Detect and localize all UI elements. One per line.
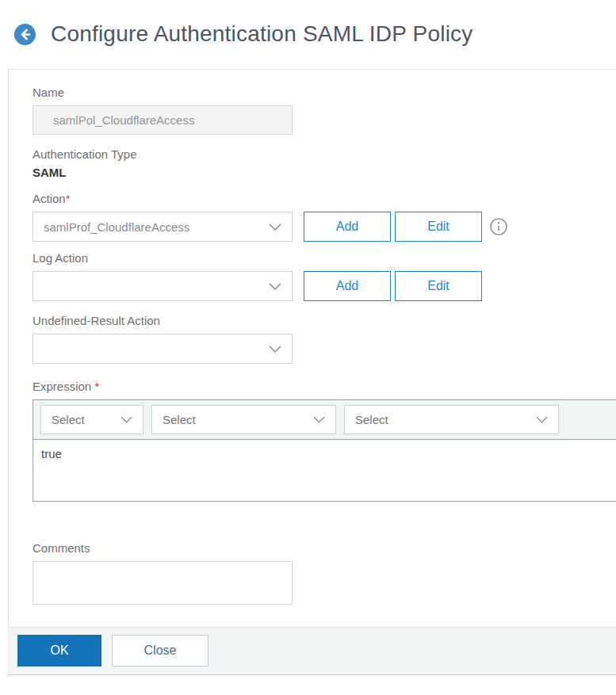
page-title: Configure Authentication SAML IDP Policy [51, 21, 473, 48]
page-header: Configure Authentication SAML IDP Policy [0, 0, 616, 48]
auth-type-group: Authentication Type SAML [33, 147, 616, 180]
comments-field-group: Comments [33, 541, 616, 608]
chevron-down-icon [313, 416, 325, 423]
action-edit-button[interactable]: Edit [395, 212, 482, 242]
comments-label: Comments [33, 541, 616, 556]
action-add-button[interactable]: Add [304, 212, 391, 242]
name-input[interactable] [33, 105, 293, 135]
comments-input[interactable] [33, 561, 293, 605]
action-field-group: Action* samlProf_CloudflareAccess Add Ed… [33, 192, 616, 242]
ok-button[interactable]: OK [17, 635, 101, 666]
close-button[interactable]: Close [112, 635, 209, 666]
chevron-down-icon [269, 223, 281, 231]
undefined-action-select[interactable] [33, 334, 293, 364]
chevron-down-icon [536, 416, 548, 423]
expression-select-3-value: Select [355, 413, 388, 426]
action-label: Action* [33, 192, 616, 206]
expression-select-1-value: Select [52, 413, 85, 426]
expression-toolbar: Select Select Select [33, 400, 616, 440]
action-select-value: samlProf_CloudflareAccess [44, 220, 189, 234]
expression-field-group: Expression * Select Select Selec [33, 380, 616, 502]
action-select[interactable]: samlProf_CloudflareAccess [33, 212, 293, 242]
chevron-down-icon [269, 283, 281, 290]
log-action-select[interactable] [33, 271, 293, 301]
expression-label-text: Expression [33, 380, 91, 393]
expression-select-3[interactable]: Select [344, 405, 559, 434]
back-arrow-icon [14, 24, 36, 45]
auth-type-label: Authentication Type [33, 147, 616, 162]
expression-text-area[interactable]: true [33, 440, 616, 501]
expression-select-2-value: Select [163, 413, 196, 426]
required-asterisk: * [94, 380, 99, 393]
log-action-field-group: Log Action Add Edit [33, 251, 616, 301]
expression-editor: Select Select Select [33, 399, 616, 502]
undefined-action-label: Undefined-Result Action [33, 314, 616, 328]
auth-type-value: SAML [33, 165, 616, 180]
back-button[interactable] [14, 24, 36, 45]
name-field-group: Name [33, 86, 616, 135]
footer-action-bar: OK Close [8, 627, 616, 675]
info-icon[interactable] [490, 218, 507, 235]
expression-label: Expression * [33, 380, 616, 394]
name-label: Name [33, 86, 616, 100]
chevron-down-icon [121, 416, 132, 423]
log-action-label: Log Action [33, 251, 616, 265]
form-panel: Name Authentication Type SAML Action* sa… [8, 69, 616, 627]
undefined-action-field-group: Undefined-Result Action [33, 314, 616, 364]
expression-select-2[interactable]: Select [151, 405, 336, 434]
expression-select-1[interactable]: Select [40, 405, 143, 434]
log-action-edit-button[interactable]: Edit [395, 271, 482, 301]
log-action-add-button[interactable]: Add [304, 271, 391, 301]
chevron-down-icon [269, 346, 281, 353]
